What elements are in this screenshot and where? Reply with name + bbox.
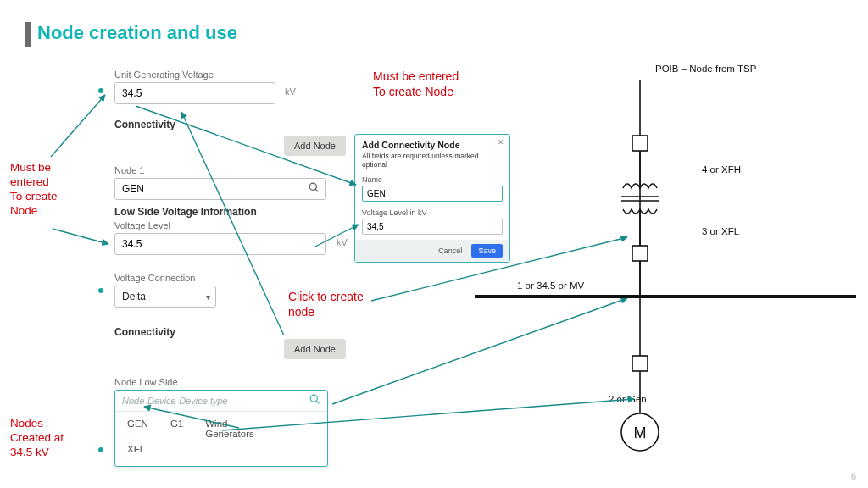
svg-point-2	[310, 395, 317, 402]
voltage-level-label: Voltage Level	[114, 220, 170, 230]
motor-label: M	[634, 424, 647, 441]
dropdown-option[interactable]: XFL	[127, 444, 315, 454]
annotation-nodes-created: Nodes Created at 34.5 kV	[10, 417, 64, 460]
ugv-input[interactable]	[114, 82, 275, 104]
svg-rect-14	[632, 136, 648, 151]
node-low-side-placeholder: Node-Device-Device type	[122, 396, 228, 406]
voltage-connection-label: Voltage Connection	[114, 273, 195, 283]
node1-label: Node 1	[114, 165, 144, 175]
connectivity-heading-2: Connectivity	[114, 326, 175, 338]
voltage-level-unit: kV	[337, 237, 348, 247]
add-connectivity-node-dialog: ✕ Add Connectivity Node All fields are r…	[354, 134, 510, 263]
dialog-name-input[interactable]	[362, 186, 503, 202]
svg-rect-23	[632, 356, 648, 371]
dialog-cancel-button[interactable]: Cancel	[438, 247, 462, 255]
bullet-icon	[98, 288, 103, 293]
add-node-button-1[interactable]: Add Node	[284, 136, 346, 156]
diagram-label-4: 4 or XFH	[702, 164, 741, 175]
add-node-button-2[interactable]: Add Node	[284, 339, 346, 359]
voltage-connection-value: Delta	[122, 291, 146, 302]
dialog-name-label: Name	[362, 175, 503, 184]
dialog-voltage-label: Voltage Level in kV	[362, 208, 503, 217]
dialog-title: Add Connectivity Node	[355, 135, 509, 152]
diagram-label-2: 2 or Gen	[609, 394, 647, 404]
dropdown-option[interactable]: Wind Generators	[205, 419, 254, 439]
bullet-icon	[98, 447, 103, 452]
dialog-subtitle: All fields are required unless marked op…	[355, 152, 509, 174]
diagram-label-1: 1 or 34.5 or MV	[517, 280, 584, 291]
connectivity-heading-1: Connectivity	[114, 119, 175, 130]
ugv-label: Unit Generating Voltage	[114, 69, 214, 80]
voltage-connection-select[interactable]: Delta ▾	[114, 286, 216, 308]
svg-point-25	[621, 413, 659, 451]
svg-line-3	[316, 401, 319, 403]
ugv-unit: kV	[285, 86, 296, 97]
dropdown-option[interactable]: G1	[170, 419, 183, 439]
bullet-icon	[98, 88, 103, 93]
svg-rect-19	[632, 246, 648, 261]
svg-line-4	[51, 95, 105, 157]
page-title: Node creation and use	[37, 22, 237, 44]
node-low-side-dropdown[interactable]: Node-Device-Device type GEN G1 Wind Gene…	[114, 390, 328, 467]
low-side-heading: Low Side Voltage Information	[114, 206, 257, 218]
svg-line-5	[53, 229, 108, 244]
close-icon[interactable]: ✕	[498, 138, 504, 147]
search-icon[interactable]	[309, 182, 320, 196]
svg-line-1	[315, 189, 318, 191]
page-number: 6	[851, 471, 856, 481]
search-icon[interactable]	[309, 394, 320, 408]
dialog-save-button[interactable]: Save	[471, 244, 503, 258]
annotation-must-enter-left: Must be entered To create Node	[10, 161, 58, 219]
node1-input[interactable]	[114, 178, 326, 200]
dialog-voltage-input[interactable]	[362, 219, 503, 235]
annotation-click-create: Click to create node	[288, 290, 364, 319]
voltage-level-input[interactable]	[114, 233, 326, 255]
title-accent-bar	[25, 22, 31, 47]
chevron-down-icon: ▾	[206, 292, 210, 302]
annotation-must-enter-top: Must be entered To create Node	[373, 69, 459, 99]
svg-line-10	[332, 298, 627, 404]
diagram-poib-label: POIB – Node from TSP	[655, 64, 756, 74]
diagram-label-3: 3 or XFL	[702, 226, 739, 236]
svg-point-0	[309, 183, 316, 190]
node-low-side-label: Node Low Side	[114, 377, 178, 387]
dropdown-option[interactable]: GEN	[127, 419, 148, 439]
